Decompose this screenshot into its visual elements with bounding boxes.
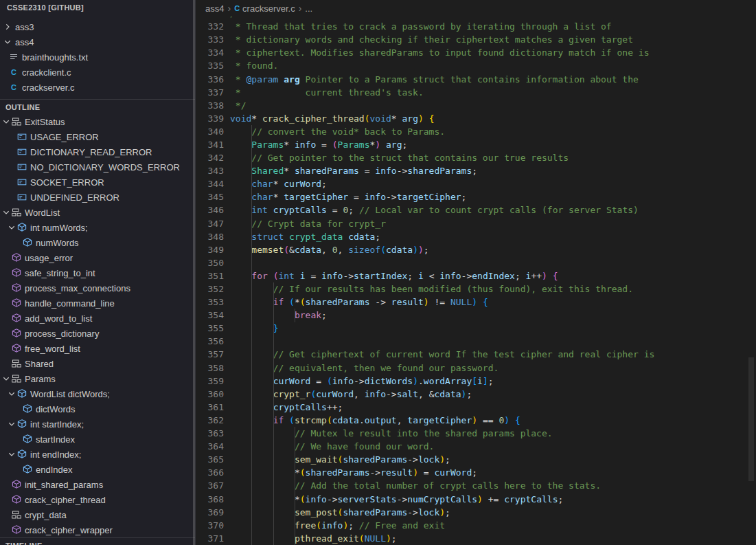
editor-pane[interactable]: ass4 › C crackserver.c › ... 331/**332 *… <box>196 0 755 545</box>
code-line-336[interactable]: 336 * @param arg Pointer to a Params str… <box>196 72 755 85</box>
code-line-369[interactable]: 369 sem_post(sharedParams->lock); <box>196 506 755 519</box>
outline-item-exitstatus[interactable]: ExitStatus <box>0 114 195 129</box>
code-line-348[interactable]: 348 struct crypt_data cdata; <box>196 230 755 243</box>
outline-item-startindex[interactable]: startIndex <box>0 432 195 447</box>
indent-guide <box>251 125 252 545</box>
code-line-346[interactable]: 346 int cryptCalls = 0; // Local var to … <box>196 203 755 216</box>
code-text: pthread_exit(NULL); <box>230 533 397 544</box>
outline-item-add-word-to-list[interactable]: add_word_to_list <box>0 311 195 326</box>
chevron-down-icon[interactable] <box>1 207 11 218</box>
editor-scrollbar[interactable] <box>748 357 754 481</box>
chevron-down-icon[interactable] <box>7 449 16 460</box>
folder-item-ass4[interactable]: ass4 <box>0 34 195 49</box>
code-line-361[interactable]: 361 cryptCalls++; <box>196 401 755 414</box>
symbol-method-icon <box>11 298 22 309</box>
code-line-334[interactable]: 334 * ciphertext. Modifies sharedParams … <box>196 46 755 59</box>
outline-item-dictwords[interactable]: dictWords <box>0 401 195 416</box>
outline-item-int-startindex-[interactable]: int startIndex; <box>0 416 195 432</box>
symbol-method-icon <box>11 494 22 505</box>
breadcrumb-file[interactable]: C crackserver.c <box>234 3 295 14</box>
outline-item-shared[interactable]: Shared <box>0 356 195 371</box>
code-line-354[interactable]: 354 break; <box>196 309 755 322</box>
outline-item-safe-string-to-int[interactable]: safe_string_to_int <box>0 265 195 280</box>
code-line-340[interactable]: 340 // convert the void* back to Params. <box>196 125 755 138</box>
code-line-342[interactable]: 342 // Get pointer to the struct that co… <box>196 151 755 164</box>
outline-item-crack-cipher-wrapper[interactable]: crack_cipher_wrapper <box>0 522 195 537</box>
code-line-351[interactable]: 351 for (int i = info->startIndex; i < i… <box>196 269 755 282</box>
outline-item-undefined-error[interactable]: UNDEFINED_ERROR <box>0 190 195 205</box>
outline-item-params[interactable]: Params <box>0 371 195 386</box>
code-line-371[interactable]: 371 pthread_exit(NULL); <box>196 532 755 545</box>
chevron-right-icon[interactable] <box>3 21 12 32</box>
breadcrumb-symbol[interactable]: ... <box>305 3 312 14</box>
outline-item-dictionary-read-error[interactable]: DICTIONARY_READ_ERROR <box>0 144 195 159</box>
outline-item-usage-error[interactable]: usage_error <box>0 250 195 265</box>
outline-item-crack-cipher-thread[interactable]: crack_cipher_thread <box>0 492 195 507</box>
line-number: 337 <box>196 87 224 98</box>
outline-item-numwords[interactable]: numWords <box>0 235 195 250</box>
file-item-brainthoughts-txt[interactable]: brainthoughts.txt <box>0 49 195 65</box>
code-line-335[interactable]: 335 * found. <box>196 59 755 72</box>
outline-item-init-shared-params[interactable]: init_shared_params <box>0 477 195 492</box>
code-line-352[interactable]: 352 // If our results has been modified … <box>196 282 755 296</box>
sidebar-scrollbar[interactable] <box>193 0 195 545</box>
code-line-350[interactable]: 350 <box>196 256 755 269</box>
outline-item-int-endindex-[interactable]: int endIndex; <box>0 447 195 462</box>
line-number: 364 <box>196 441 224 452</box>
code-line-343[interactable]: 343 Shared* sharedParams = info->sharedP… <box>196 164 755 177</box>
code-line-341[interactable]: 341 Params* info = (Params*) arg; <box>196 138 755 151</box>
code-line-364[interactable]: 364 // We have found our word. <box>196 440 755 453</box>
code-area[interactable]: 331/**332 * Thread that tries to crack a… <box>196 7 755 545</box>
code-line-355[interactable]: 355 } <box>196 322 755 335</box>
timeline-section-header[interactable]: TIMELINE <box>0 537 195 545</box>
code-line-363[interactable]: 363 // Mutex le result into the shared p… <box>196 427 755 440</box>
outline-item-free-word-list[interactable]: free_word_list <box>0 341 195 356</box>
code-line-366[interactable]: 366 *(sharedParams->result) = curWord; <box>196 466 755 479</box>
outline-item-process-dictionary[interactable]: process_dictionary <box>0 326 195 341</box>
folder-item-ass3[interactable]: ass3 <box>0 19 195 34</box>
outline-item-usage-error[interactable]: USAGE_ERROR <box>0 129 195 144</box>
code-line-362[interactable]: 362 if (strcmp(cdata.output, targetCiphe… <box>196 414 755 427</box>
code-line-347[interactable]: 347 // Crypt data for crypt_r <box>196 217 755 230</box>
outline-item-wordlist-dictwords-[interactable]: WordList dictWords; <box>0 386 195 401</box>
outline-section-header[interactable]: OUTLINE <box>0 99 195 114</box>
outline-item-crypt-data[interactable]: crypt_data <box>0 507 195 522</box>
symbol-field-icon <box>16 419 27 430</box>
chevron-down-icon[interactable] <box>7 419 16 430</box>
code-line-359[interactable]: 359 curWord = (info->dictWords).wordArra… <box>196 375 755 388</box>
code-line-357[interactable]: 357 // Get ciphertext of current word If… <box>196 348 755 361</box>
code-line-356[interactable]: 356 <box>196 335 755 348</box>
code-line-370[interactable]: 370 free(info); // Free and exit <box>196 519 755 532</box>
code-line-345[interactable]: 345 char* targetCipher = info->targetCip… <box>196 190 755 203</box>
code-line-344[interactable]: 344 char* curWord; <box>196 177 755 190</box>
chevron-down-icon[interactable] <box>7 222 16 233</box>
code-line-358[interactable]: 358 // equivalent, then we found our pas… <box>196 362 755 375</box>
chevron-down-icon[interactable] <box>1 373 11 384</box>
file-item-crackclient-c[interactable]: Ccrackclient.c <box>0 65 195 80</box>
symbol-method-icon <box>11 524 22 535</box>
code-line-353[interactable]: 353 if (*(sharedParams -> result) != NUL… <box>196 296 755 309</box>
explorer-section-header[interactable]: CSSE2310 [GITHUB] <box>0 0 195 15</box>
code-line-360[interactable]: 360 crypt_r(curWord, info->salt, &cdata)… <box>196 388 755 401</box>
code-line-337[interactable]: 337 * current thread's task. <box>196 86 755 99</box>
chevron-down-icon[interactable] <box>3 36 12 47</box>
code-line-349[interactable]: 349 memset(&cdata, 0, sizeof(cdata)); <box>196 243 755 256</box>
outline-item-handle-command-line[interactable]: handle_command_line <box>0 296 195 311</box>
outline-item-socket-error[interactable]: SOCKET_ERROR <box>0 175 195 190</box>
code-line-332[interactable]: 332 * Thread that tries to crack a passw… <box>196 20 755 33</box>
outline-item-int-numwords-[interactable]: int numWords; <box>0 220 195 235</box>
chevron-down-icon[interactable] <box>1 116 11 127</box>
chevron-down-icon[interactable] <box>7 388 16 399</box>
code-line-367[interactable]: 367 // Add the total number of crypt cal… <box>196 479 755 492</box>
code-line-368[interactable]: 368 *(info->serverStats->numCryptCalls) … <box>196 492 755 505</box>
file-item-crackserver-c[interactable]: Ccrackserver.c <box>0 80 195 95</box>
outline-item-wordlist[interactable]: WordList <box>0 205 195 220</box>
outline-item-process-max-connections[interactable]: process_max_connections <box>0 280 195 296</box>
code-line-365[interactable]: 365 sem_wait(sharedParams->lock); <box>196 453 755 466</box>
breadcrumb-folder[interactable]: ass4 <box>205 3 224 14</box>
code-line-338[interactable]: 338 */ <box>196 99 755 112</box>
outline-item-no-dictionary-words-error[interactable]: NO_DICTIONARY_WORDS_ERROR <box>0 159 195 175</box>
code-line-339[interactable]: 339void* crack_cipher_thread(void* arg) … <box>196 112 755 125</box>
code-line-333[interactable]: 333 * dictionary words and checking if t… <box>196 33 755 46</box>
outline-item-endindex[interactable]: endIndex <box>0 462 195 477</box>
